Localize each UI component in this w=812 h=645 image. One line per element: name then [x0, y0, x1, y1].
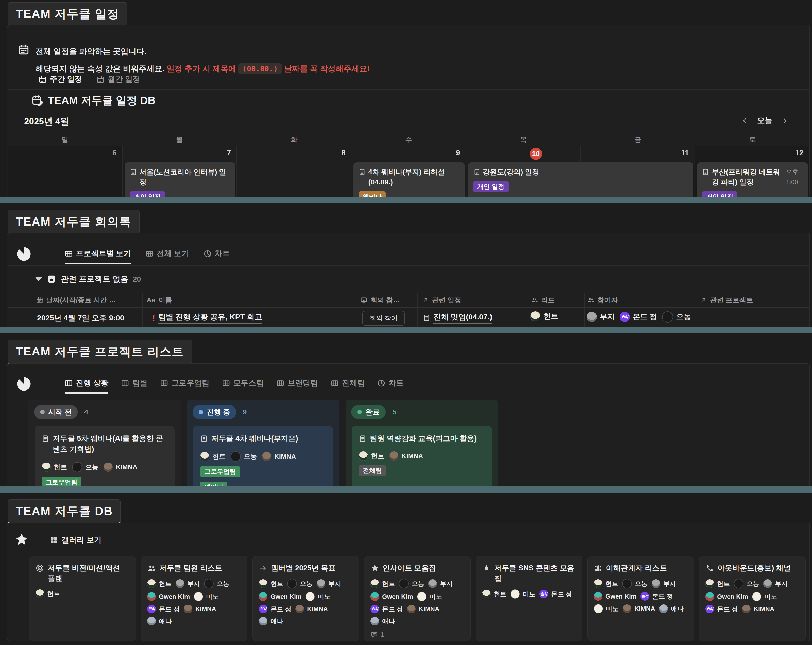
status-dot-icon [40, 410, 45, 414]
header-label: 관련 프로젝트 [710, 296, 753, 305]
status-badge[interactable]: 완료 [351, 405, 386, 419]
tab-monthly-schedule[interactable]: 월간 일정 [96, 74, 140, 90]
column-header-related-schedule[interactable]: 관련 일정 [422, 296, 461, 305]
member-chip: KIMNA [389, 451, 423, 460]
cell-name[interactable]: ! 팀별 진행 상황 공유, KPT 회고 [152, 312, 262, 324]
avatar [659, 604, 668, 613]
avatar [259, 617, 267, 625]
member-name: 부지 [775, 579, 788, 588]
member-chip: 헌트 [259, 579, 283, 589]
avatar [147, 617, 156, 625]
related-schedule-link[interactable]: 전체 밋업(04.07.) [433, 312, 492, 324]
member-chip: 부지 [317, 579, 341, 589]
member-name: 으농 [676, 312, 691, 322]
project-card[interactable]: 팀원 역량강화 교육(피그마 활용) 헌트 KIMNA 전체팀 [352, 426, 492, 486]
card-members: 헌트 으농 KIMNA [200, 451, 326, 462]
gallery-card-sns-content[interactable]: 저두클 SNS 콘텐츠 모음집 헌트 미노 현석몬드 정 [476, 556, 582, 641]
gallery-card-outbound[interactable]: 아웃바운드(홍보) 채널 헌트 으농 부지 Gwen Kim 미노 현석몬드 정… [699, 556, 806, 641]
column-header-related-project[interactable]: 관련 프로젝트 [700, 296, 753, 305]
gallery-card-stakeholders[interactable]: 이해관계자 리스트 헌트 으농 부지 Gwen Kim 현석몬드 정 미노 KI… [588, 556, 694, 641]
pie-chart-icon [203, 250, 212, 258]
gallery-card-vision[interactable]: 저두클 비전/미션/액션 플랜 헌트 [29, 556, 136, 641]
card-title: 팀원 역량강화 교육(피그마 활용) [370, 433, 477, 444]
member-chip: KIMNA [104, 462, 137, 472]
project-card[interactable]: 저두클 5차 웨비나(AI를 활용한 콘텐츠 기획법) 헌트 으농 KIMNA … [35, 426, 175, 486]
gallery-card-insights[interactable]: 인사이트 모음집 헌트 으농 부지 Gwen Kim 미노 현석몬드 정 KIM… [364, 556, 471, 641]
member-chip: 헌트 [371, 579, 395, 589]
tab-modus-team[interactable]: 모두스팀 [222, 378, 264, 394]
chevron-left-icon[interactable] [741, 117, 749, 125]
member-chip: KIMNA [623, 604, 655, 613]
member-chip: 현석몬드 정 [705, 605, 738, 613]
tab-chart[interactable]: 차트 [377, 378, 404, 394]
tab-branding-team[interactable]: 브랜딩팀 [276, 378, 318, 394]
status-badge[interactable]: 진행 중 [192, 405, 236, 419]
weekday-label: 목 [466, 135, 581, 144]
schedule-title[interactable]: TEAM 저두클 일정 [8, 2, 127, 27]
db-title[interactable]: TEAM 저두클 DB [8, 499, 121, 524]
tab-label: 전체팀 [342, 378, 365, 388]
gallery-card-member-goals[interactable]: 멤버별 2025년 목표 헌트 으농 부지 Gwen Kim 미노 현석몬드 정… [252, 556, 359, 641]
status-badge[interactable]: 시작 전 [34, 405, 78, 419]
column-divider [355, 293, 355, 327]
chevron-right-icon[interactable] [781, 117, 789, 125]
tab-by-project[interactable]: 프로젝트별 보기 [65, 249, 131, 264]
tab-gallery-view[interactable]: 갤러리 보기 [50, 535, 102, 545]
member-name: 미노 [523, 590, 536, 598]
card-title: 인사이트 모음집 [383, 563, 436, 573]
avatar [399, 579, 409, 589]
column-divider [142, 293, 143, 327]
column-count: 5 [392, 408, 396, 416]
tab-all-view[interactable]: 전체 보기 [145, 249, 189, 264]
tab-progress[interactable]: 진행 상황 [65, 378, 108, 394]
tab-growup-team[interactable]: 그로우업팀 [160, 378, 209, 394]
meeting-title-link[interactable]: 팀별 진행 상황 공유, KPT 회고 [158, 312, 262, 324]
member-name: Gwen Kim [717, 593, 748, 600]
project-card[interactable]: 저두클 4차 웨비나(부지은) 헌트 으농 KIMNA 그로우업팀 웨비나 [193, 426, 333, 486]
event-card-seoul[interactable]: 서울(노션코리아 인터뷰) 일정 개인 일정 [125, 162, 235, 197]
avatar [752, 592, 761, 601]
day-number: 8 [341, 149, 345, 157]
tab-chart[interactable]: 차트 [203, 249, 230, 264]
calendar-cell-sun[interactable]: 6 [8, 146, 122, 197]
board-icon [65, 379, 73, 387]
date-format-code: (00.00.) [238, 63, 282, 74]
db-title-label: TEAM 저두클 일정 DB [48, 93, 156, 108]
column-header-join[interactable]: 회의 참… [360, 296, 400, 305]
column-header-name[interactable]: Aa 이름 [147, 296, 172, 305]
weekday-label: 수 [351, 135, 466, 144]
toggle-triangle-icon[interactable] [35, 277, 42, 281]
calendar-db-title[interactable]: TEAM 저두클 일정 DB [32, 93, 156, 108]
tab-label: 주간 일정 [50, 74, 82, 84]
column-header: 완료 5 [351, 405, 498, 419]
member-chip: 미노 [194, 592, 219, 601]
tab-weekly-schedule[interactable]: 주간 일정 [38, 74, 82, 90]
status-label: 시작 전 [48, 407, 72, 417]
group-label: 관련 프로젝트 없음 [61, 274, 128, 284]
today-button[interactable]: 오늘 [757, 116, 772, 126]
tab-by-team[interactable]: 팀별 [121, 378, 147, 394]
tabbar-divider [34, 550, 807, 550]
event-tag: 개인 일정 [130, 191, 165, 197]
calendar-cell-tue[interactable]: 8 [237, 146, 351, 197]
column-header-date[interactable]: 날짜(시작/종료 시간 … [36, 296, 116, 305]
join-meeting-button[interactable]: 회의 참여 [362, 311, 405, 326]
event-card-gangwon[interactable]: 강원도(강의) 일정 개인 일정 [468, 162, 693, 197]
member-name: 으농 [746, 579, 759, 588]
column-count: 9 [243, 408, 247, 416]
cell-related-schedule[interactable]: 전체 밋업(04.07.) [423, 312, 492, 324]
schedule-section: TEAM 저두클 일정 전체 일정을 파악하는 곳입니다. 해당되지 않는 속성… [0, 0, 812, 197]
projects-title[interactable]: TEAM 저두클 프로젝트 리스트 [8, 340, 192, 364]
avatar: 현석 [147, 605, 156, 613]
event-card-webinar[interactable]: 4차 웨비나(부지) 리허설 (04.09.) 웨비나 [354, 162, 464, 197]
gallery-card-team-list[interactable]: 저두클 팀원 리스트 헌트 부지 으농 Gwen Kim 미노 현석몬드 정 K… [141, 556, 247, 641]
avatar [194, 592, 203, 601]
meetings-title[interactable]: TEAM 저두클 회의록 [8, 210, 140, 235]
star-icon [371, 564, 379, 572]
event-card-busan[interactable]: 부산(프리워킹 네트워킹 파티) 일정 오후 1:00 개인 일정 [697, 162, 808, 197]
column-header-lead[interactable]: 리드 [531, 296, 555, 305]
projects-section: TEAM 저두클 프로젝트 리스트 진행 상황 팀별 그로우업팀 모두스팀 브랜… [0, 333, 812, 486]
tab-all-team[interactable]: 전체팀 [331, 378, 365, 394]
column-header-participants[interactable]: 참여자 [587, 296, 618, 305]
table-icon [65, 250, 73, 258]
